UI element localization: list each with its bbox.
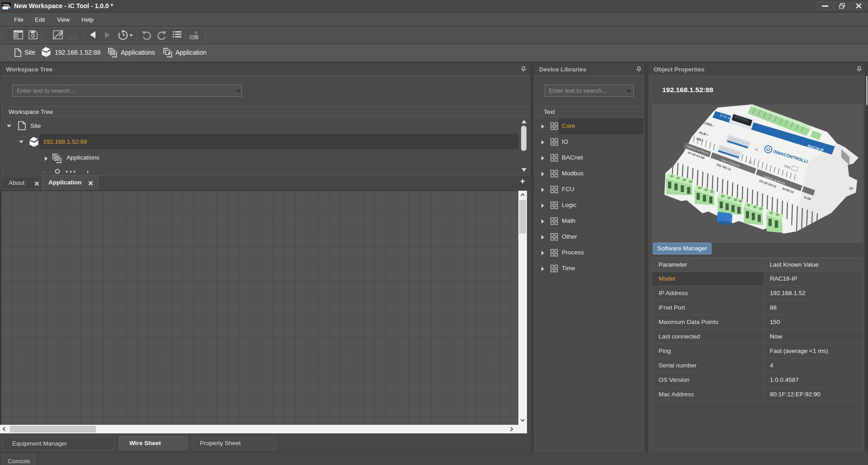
svg-text:TOOL: TOOL [3, 4, 10, 6]
